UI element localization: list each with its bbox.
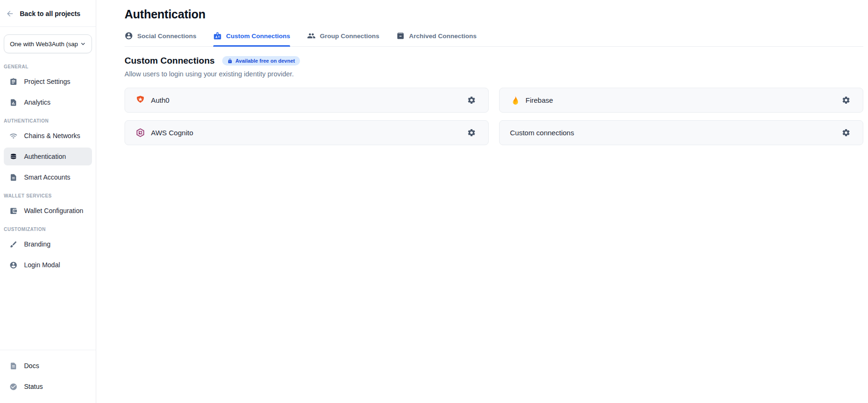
chevron-down-icon [79, 40, 87, 48]
sidebar-item-branding[interactable]: Branding [4, 235, 92, 253]
person-circle-icon [125, 32, 133, 40]
auth0-logo [135, 95, 145, 105]
wifi-icon [9, 132, 17, 140]
sidebar-item-label: Chains & Networks [24, 132, 80, 140]
page-title: Authentication [125, 8, 863, 21]
card-label: Firebase [526, 96, 553, 104]
tab-label: Group Connections [320, 33, 379, 40]
tab-group-connections[interactable]: Group Connections [307, 32, 379, 46]
sidebar-item-analytics[interactable]: Analytics [4, 93, 92, 111]
devnet-badge: Available free on devnet [222, 56, 300, 66]
sidebar: Back to all projects One with Web3Auth (… [0, 0, 96, 403]
sidebar-item-wallet-configuration[interactable]: Wallet Configuration [4, 202, 92, 220]
wallet-icon [9, 207, 17, 215]
brush-icon [9, 240, 17, 248]
sidebar-item-status[interactable]: Status [4, 378, 92, 395]
sidebar-item-label: Authentication [24, 153, 66, 160]
card-custom-connections[interactable]: Custom connections [499, 120, 863, 145]
analytics-icon [9, 99, 17, 107]
aws-cognito-logo [135, 128, 145, 138]
database-icon [9, 153, 17, 161]
docs-icon [9, 362, 17, 370]
sidebar-footer: Docs Status [0, 350, 96, 403]
sidebar-item-label: Wallet Configuration [24, 207, 83, 214]
lock-icon [227, 58, 233, 64]
tab-label: Custom Connections [226, 33, 290, 40]
sidebar-item-label: Branding [24, 240, 50, 248]
section-title: Custom Connections [125, 56, 215, 66]
sidebar-divider [0, 26, 96, 27]
archive-icon [396, 32, 405, 40]
card-label: Custom connections [510, 129, 574, 137]
tab-social-connections[interactable]: Social Connections [125, 32, 196, 46]
aws-cognito-settings-gear-icon[interactable] [465, 126, 478, 139]
tab-bar: Social Connections Custom Connections Gr… [125, 32, 863, 47]
sidebar-item-authentication[interactable]: Authentication [4, 148, 92, 165]
card-label: AWS Cognito [151, 129, 193, 137]
back-label: Back to all projects [20, 10, 80, 17]
sidebar-item-label: Smart Accounts [24, 173, 70, 181]
sidebar-nav: GENERAL Project Settings Analytics AUTHE… [0, 53, 96, 277]
section-label-authentication: AUTHENTICATION [4, 118, 90, 123]
devnet-badge-label: Available free on devnet [235, 58, 295, 64]
user-circle-icon [9, 261, 17, 269]
back-to-projects-link[interactable]: Back to all projects [0, 0, 96, 26]
sidebar-item-login-modal[interactable]: Login Modal [4, 256, 92, 274]
sidebar-item-label: Docs [24, 362, 39, 370]
check-circle-icon [9, 383, 17, 391]
card-label: Auth0 [151, 96, 169, 104]
tab-custom-connections[interactable]: Custom Connections [213, 32, 290, 46]
sidebar-item-label: Project Settings [24, 78, 70, 85]
tab-label: Social Connections [137, 33, 196, 40]
sidebar-item-chains-networks[interactable]: Chains & Networks [4, 127, 92, 145]
badge-icon [213, 32, 222, 40]
card-aws-cognito[interactable]: AWS Cognito [125, 120, 489, 145]
project-selector-value: One with Web3Auth (sap [10, 41, 78, 48]
tab-archived-connections[interactable]: Archived Connections [396, 32, 476, 46]
section-description: Allow users to login using your existing… [125, 70, 863, 78]
sidebar-item-project-settings[interactable]: Project Settings [4, 73, 92, 90]
firebase-logo [510, 95, 520, 105]
tab-label: Archived Connections [409, 33, 476, 40]
document-icon [9, 173, 17, 181]
section-label-general: GENERAL [4, 64, 90, 69]
section-header: Custom Connections Available free on dev… [125, 56, 863, 66]
arrow-left-icon [6, 9, 14, 18]
group-icon [307, 32, 316, 40]
sidebar-item-smart-accounts[interactable]: Smart Accounts [4, 168, 92, 186]
clipboard-icon [9, 78, 17, 86]
card-auth0[interactable]: Auth0 [125, 88, 489, 113]
section-label-customization: CUSTOMIZATION [4, 227, 90, 232]
sidebar-item-label: Status [24, 383, 43, 390]
custom-connections-settings-gear-icon[interactable] [840, 126, 852, 139]
card-firebase[interactable]: Firebase [499, 88, 863, 113]
auth0-settings-gear-icon[interactable] [465, 94, 478, 107]
sidebar-item-label: Login Modal [24, 261, 60, 269]
sidebar-item-label: Analytics [24, 99, 50, 106]
project-selector[interactable]: One with Web3Auth (sap [4, 34, 92, 53]
connection-cards-grid: Auth0 Firebas [125, 88, 863, 145]
main-content: Authentication Social Connections Custom… [96, 0, 868, 403]
firebase-settings-gear-icon[interactable] [840, 94, 852, 107]
section-label-wallet-services: WALLET SERVICES [4, 193, 90, 198]
sidebar-item-docs[interactable]: Docs [4, 357, 92, 375]
